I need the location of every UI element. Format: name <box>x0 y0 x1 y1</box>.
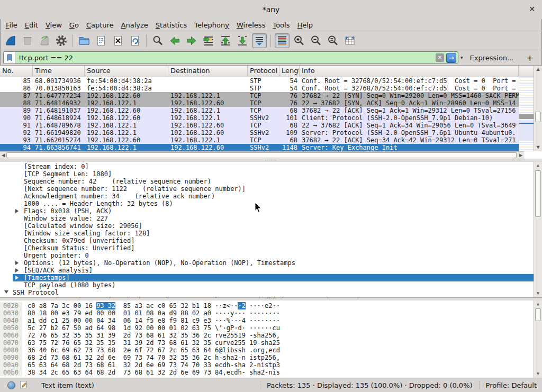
scroll-down-icon[interactable]: ▼ <box>534 144 542 151</box>
cell-protocol[interactable]: STP <box>248 85 279 92</box>
cell-source[interactable]: 192.168.122.60 <box>85 136 168 144</box>
detail-line[interactable]: [Window size scaling factor: 128] <box>0 230 534 237</box>
packet-list-minimap[interactable] <box>519 77 534 151</box>
cell-info[interactable]: Conf. Root = 32768/0/52:54:00:ef:c7:d5 C… <box>300 77 519 85</box>
hex-bytes[interactable]: 63 75 72 76 65 32 35 35 31 39 2d 73 68 6… <box>28 339 211 347</box>
hex-bytes[interactable]: c0 a8 7a 3c 00 16 93 32 85 a3 ac c0 65 3… <box>28 302 211 309</box>
hex-row[interactable]: 007063 75 72 76 65 32 35 35 31 39 2d 73 … <box>0 339 534 347</box>
hex-bytes[interactable]: 80 18 00 e3 79 ed 00 00 01 01 08 0a d9 8… <box>28 309 211 317</box>
column-header-info[interactable]: Info <box>300 66 519 77</box>
detail-line[interactable]: [Timestamps] <box>13 274 534 281</box>
scroll-down-icon[interactable]: ▼ <box>534 290 542 297</box>
column-header-no[interactable]: No. <box>0 66 33 77</box>
save-file-button[interactable] <box>94 33 109 48</box>
cell-protocol[interactable]: TCP <box>248 107 279 114</box>
cell-no[interactable]: 91 <box>0 122 33 129</box>
open-file-button[interactable] <box>77 33 92 48</box>
cell-info[interactable]: 22 → 37682 [ACK] Seq=1 Ack=34 Win=29056 … <box>300 122 519 129</box>
cell-source[interactable]: 192.168.122.1 <box>85 122 168 129</box>
hex-ascii[interactable]: h-sha2-n istp256, <box>215 354 280 361</box>
cell-info[interactable]: 37682 → 22 [SYN] Seq=0 Win=29200 Len=0 M… <box>300 92 519 99</box>
hex-ascii[interactable]: ··z<···2 ····e2·· <box>215 302 280 309</box>
packet-row-89[interactable]: 8971.648191037192.168.122.60192.168.122.… <box>0 107 519 114</box>
cell-protocol[interactable]: TCP <box>248 122 279 129</box>
scroll-right-icon[interactable]: ▶ <box>518 152 524 159</box>
cell-no[interactable]: 86 <box>0 85 33 92</box>
detail-line[interactable]: [Calculated window size: 29056] <box>0 222 534 230</box>
cell-info[interactable]: Server: Protocol (SSH-2.0-OpenSSH_7.6p1 … <box>300 129 519 136</box>
cell-protocol[interactable]: TCP <box>248 136 279 144</box>
column-header-destination[interactable]: Destination <box>168 66 248 77</box>
hex-bytes[interactable]: 5c 27 b2 67 50 ad 64 98 1d 92 00 00 01 0… <box>28 324 211 332</box>
cell-length[interactable]: 109 <box>279 129 300 136</box>
cell-source[interactable]: fe:54:00:d4:38:2a <box>85 85 168 92</box>
detail-line[interactable]: Window size value: 227 <box>0 215 534 222</box>
hex-bytes[interactable]: 65 63 64 68 2d 73 68 61 32 2d 6e 69 73 7… <box>28 361 211 369</box>
cell-destination[interactable]: 192.168.122.60 <box>168 122 248 129</box>
hex-ascii[interactable]: 6@libssh .org,ecd <box>215 347 280 354</box>
detail-line[interactable]: [Next sequence number: 1122 (relative se… <box>0 185 534 193</box>
expression-button[interactable]: Expression... <box>470 54 514 62</box>
cell-info[interactable]: Conf. Root = 32768/0/52:54:00:ef:c7:d5 C… <box>300 85 519 92</box>
colorize-packets-button[interactable] <box>275 33 290 48</box>
cell-source[interactable]: 192.168.122.1 <box>85 99 168 107</box>
cell-destination[interactable]: 192.168.122.1 <box>168 136 248 144</box>
hex-row[interactable]: 006072 76 65 32 35 35 31 39 2d 73 68 61 … <box>0 332 534 339</box>
cell-no[interactable]: 88 <box>0 99 33 107</box>
cell-source[interactable]: fe:54:00:d4:38:2a <box>85 77 168 85</box>
reload-file-button[interactable] <box>128 33 142 48</box>
go-to-packet-button[interactable] <box>201 33 216 48</box>
cell-time[interactable]: 71.647777234 <box>33 92 85 99</box>
menu-statistics[interactable]: Statistics <box>152 20 191 30</box>
menu-tools[interactable]: Tools <box>269 20 293 30</box>
menu-edit[interactable]: Edit <box>21 20 42 30</box>
hex-bytes[interactable]: 72 76 65 32 35 35 31 39 2d 73 68 61 32 3… <box>28 332 211 339</box>
cell-length[interactable]: 68 <box>279 136 300 144</box>
hex-bytes[interactable]: 68 2d 73 68 61 32 2d 6e 69 73 74 70 32 3… <box>28 354 211 361</box>
detail-line[interactable]: Sequence number: 42 (relative sequence n… <box>0 178 534 185</box>
detail-line[interactable]: [Stream index: 0] <box>0 163 534 170</box>
cell-length[interactable]: 1148 <box>279 144 300 151</box>
scroll-thumb[interactable] <box>535 112 541 122</box>
cell-protocol[interactable]: SSHv2 <box>248 129 279 136</box>
cell-source[interactable]: 192.168.122.1 <box>85 129 168 136</box>
scroll-up-icon[interactable]: ▲ <box>534 66 542 72</box>
go-to-first-packet-button[interactable] <box>218 33 233 48</box>
cell-length[interactable]: 54 <box>279 85 300 92</box>
menu-file[interactable]: File <box>2 20 21 30</box>
cell-source[interactable]: 192.168.122.60 <box>85 114 168 122</box>
packet-row-90[interactable]: 9071.648618924192.168.122.60192.168.122.… <box>0 114 519 122</box>
cell-destination[interactable]: 192.168.122.60 <box>168 129 248 136</box>
cell-destination[interactable]: 192.168.122.60 <box>168 99 248 107</box>
cell-destination[interactable]: 192.168.122.60 <box>168 144 248 151</box>
cell-no[interactable]: 94 <box>0 144 33 151</box>
cell-time[interactable]: 70.013850163 <box>33 85 85 92</box>
packet-row-87[interactable]: 8771.647777234192.168.122.60192.168.122.… <box>0 92 519 99</box>
packet-row-85[interactable]: 8568.001734936fe:54:00:d4:38:2aSTP54Conf… <box>0 77 519 85</box>
cell-info[interactable]: Client: Protocol (SSH-2.0-OpenSSH_7.9p1 … <box>300 114 519 122</box>
cell-no[interactable]: 85 <box>0 77 33 85</box>
resize-columns-button[interactable] <box>342 33 357 48</box>
titlebar[interactable]: *any ✕ <box>0 0 542 19</box>
cell-source[interactable]: 192.168.122.60 <box>85 92 168 99</box>
detail-vscrollbar[interactable]: ▲ ▼ <box>534 162 542 297</box>
zoom-in-button[interactable] <box>292 33 306 48</box>
zoom-original-button[interactable] <box>326 33 340 48</box>
expand-arrow-icon[interactable] <box>15 209 19 213</box>
detail-line[interactable]: [SEQ/ACK analysis] <box>0 267 534 274</box>
scroll-left-icon[interactable]: ◀ <box>0 152 6 159</box>
detail-line[interactable]: Flags: 0x018 (PSH, ACK) <box>0 207 534 215</box>
menu-go[interactable]: Go <box>66 20 83 30</box>
detail-line[interactable]: SSH Protocol <box>0 289 534 296</box>
expert-info-icon[interactable] <box>7 381 15 389</box>
cell-time[interactable]: 71.661949820 <box>33 129 85 136</box>
packet-row-88[interactable]: 8871.648146932192.168.122.1192.168.122.6… <box>0 99 519 107</box>
auto-scroll-button[interactable] <box>252 33 267 48</box>
hex-row[interactable]: 00a065 63 64 68 2d 73 68 61 32 2d 6e 69 … <box>0 361 534 369</box>
cell-length[interactable]: 76 <box>279 99 300 107</box>
clear-filter-button[interactable]: ✕ <box>436 53 444 62</box>
hex-bytes[interactable]: 38 34 2c 65 63 64 68 2d 73 68 61 32 2d 6… <box>28 369 211 376</box>
hex-ascii[interactable]: curve255 19-sha25 <box>215 339 280 347</box>
apply-filter-button[interactable]: → <box>446 53 456 63</box>
detail-line[interactable]: [Checksum Status: Unverified] <box>0 244 534 252</box>
